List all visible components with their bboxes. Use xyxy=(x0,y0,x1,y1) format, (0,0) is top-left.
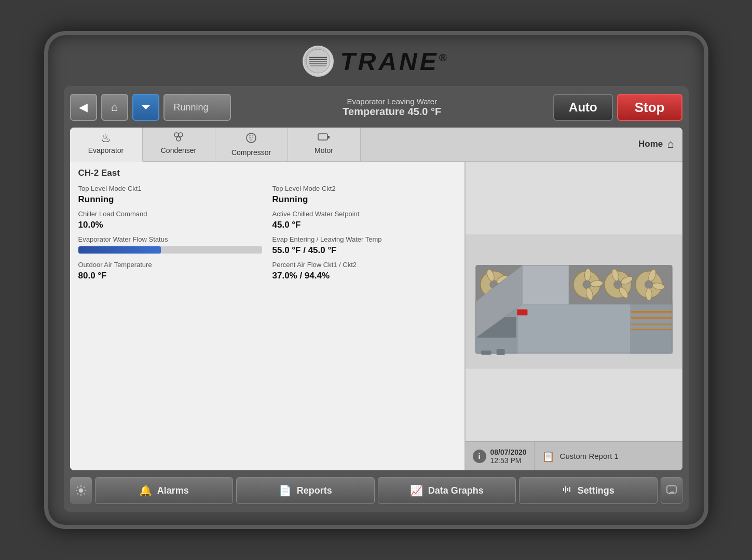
custom-report-button[interactable]: 📋 Custom Report 1 xyxy=(535,450,682,463)
svg-point-6 xyxy=(174,133,179,137)
svg-point-0 xyxy=(306,49,330,73)
svg-rect-52 xyxy=(517,309,527,315)
compressor-icon xyxy=(245,132,257,147)
down-button[interactable] xyxy=(132,94,159,121)
svg-line-63 xyxy=(84,493,85,494)
condenser-icon xyxy=(172,132,185,145)
brightness-button[interactable] xyxy=(70,477,92,504)
svg-point-47 xyxy=(646,288,652,301)
nav-reports[interactable]: 📄 Reports xyxy=(236,477,375,504)
active-chilled-water-setpoint: Active Chilled Water Setpoint 45.0 °F xyxy=(272,210,456,230)
svg-rect-11 xyxy=(327,136,330,138)
svg-point-8 xyxy=(176,137,181,141)
reports-icon: 📄 xyxy=(279,484,292,497)
right-panel: i 08/07/2020 12:53 PM 📋 Custom Report 1 xyxy=(464,162,682,470)
evaporator-water-flow-status: Evaporator Water Flow Status xyxy=(78,235,262,256)
tab-compressor[interactable]: Compressor xyxy=(215,128,288,161)
info-icon: i xyxy=(473,450,486,463)
outdoor-air-temperature: Outdoor Air Temperature 80.0 °F xyxy=(78,261,262,281)
svg-rect-67 xyxy=(565,486,566,493)
svg-point-34 xyxy=(582,281,591,289)
tab-evaporator[interactable]: ♨ Evaporator xyxy=(70,128,143,162)
main-content: ◀ ⌂ Running Evaporator Leaving Water Tem… xyxy=(64,86,689,512)
evap-info: Evaporator Leaving Water Temperature 45.… xyxy=(235,97,550,118)
flow-bar xyxy=(78,246,161,254)
ch-title: CH-2 East xyxy=(78,168,456,178)
top-level-mode-ckt1: Top Level Mode Ckt1 Running xyxy=(78,185,262,205)
home-nav-button[interactable]: ⌂ xyxy=(101,94,128,121)
svg-rect-51 xyxy=(496,349,504,355)
svg-point-9 xyxy=(247,133,256,143)
chiller-image xyxy=(466,162,682,441)
svg-line-64 xyxy=(84,487,85,488)
top-level-mode-ckt2: Top Level Mode Ckt2 Running xyxy=(272,185,456,205)
tab-motor[interactable]: Motor xyxy=(288,128,361,161)
evap-entering-leaving-temp: Evap Entering / Leaving Water Temp 55.0 … xyxy=(272,235,456,256)
tabs-row: ♨ Evaporator Condenser Compressor xyxy=(70,128,682,162)
device-frame: TRANE® ◀ ⌂ Running Evaporator Leaving Wa… xyxy=(44,31,708,529)
data-grid: Top Level Mode Ckt1 Running Top Level Mo… xyxy=(78,185,456,281)
trane-logo xyxy=(303,46,334,77)
alarms-icon: 🔔 xyxy=(139,484,152,497)
flow-bar-container xyxy=(78,246,262,254)
nav-data-graphs[interactable]: 📈 Data Graphs xyxy=(378,477,516,504)
info-bar: i 08/07/2020 12:53 PM 📋 Custom Report 1 xyxy=(466,441,682,470)
svg-line-65 xyxy=(77,493,78,494)
brand-name: TRANE® xyxy=(340,47,449,76)
brand-header: TRANE® xyxy=(303,46,449,77)
tab-content-area: ♨ Evaporator Condenser Compressor xyxy=(70,128,682,470)
svg-rect-69 xyxy=(569,487,570,492)
nav-settings[interactable]: Settings xyxy=(519,477,658,504)
svg-rect-68 xyxy=(567,488,568,491)
svg-point-7 xyxy=(179,133,183,137)
svg-point-57 xyxy=(79,488,83,493)
bottom-nav: 🔔 Alarms 📄 Reports 📈 Data Graphs Setting… xyxy=(70,475,682,506)
svg-line-62 xyxy=(77,487,78,488)
top-bar: ◀ ⌂ Running Evaporator Leaving Water Tem… xyxy=(70,92,682,122)
svg-rect-50 xyxy=(481,351,491,355)
status-badge: Running xyxy=(163,94,231,121)
auto-button[interactable]: Auto xyxy=(553,94,613,121)
svg-rect-16 xyxy=(631,302,672,354)
report-icon: 📋 xyxy=(542,450,555,463)
main-panel: CH-2 East Top Level Mode Ckt1 Running To… xyxy=(70,162,682,470)
nav-alarms[interactable]: 🔔 Alarms xyxy=(95,477,234,504)
chat-button[interactable] xyxy=(661,477,682,504)
stop-button[interactable]: Stop xyxy=(617,94,682,121)
svg-marker-49 xyxy=(522,265,569,304)
info-datetime: i 08/07/2020 12:53 PM xyxy=(466,442,535,470)
chiller-load-command: Chiller Load Command 10.0% xyxy=(78,210,262,230)
settings-icon xyxy=(562,484,572,497)
datetime-display: 08/07/2020 12:53 PM xyxy=(490,448,527,465)
motor-icon xyxy=(317,132,331,145)
svg-rect-66 xyxy=(563,488,564,491)
percent-air-flow: Percent Air Flow Ckt1 / Ckt2 37.0% / 94.… xyxy=(272,261,456,281)
home-icon: ⌂ xyxy=(667,137,674,151)
home-tab-area[interactable]: Home ⌂ xyxy=(630,128,682,161)
svg-rect-10 xyxy=(318,134,327,140)
tab-condenser[interactable]: Condenser xyxy=(143,128,215,161)
back-button[interactable]: ◀ xyxy=(70,94,97,121)
svg-point-44 xyxy=(645,281,653,289)
evaporator-icon: ♨ xyxy=(101,132,111,145)
data-panel: CH-2 East Top Level Mode Ckt1 Running To… xyxy=(70,162,464,470)
graphs-icon: 📈 xyxy=(410,484,423,497)
